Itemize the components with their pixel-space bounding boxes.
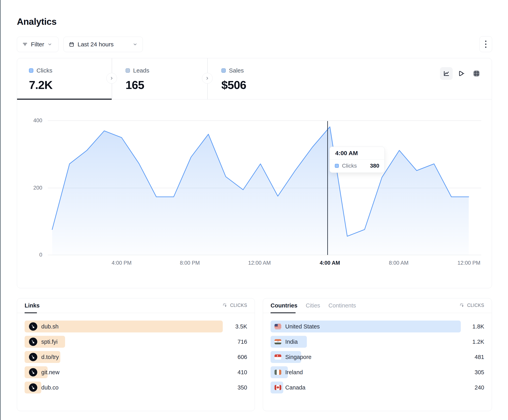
links-tab-underline bbox=[25, 312, 37, 313]
link-label: dub.co bbox=[41, 384, 59, 391]
leads-tab-label: Leads bbox=[133, 67, 149, 74]
clicks-area-chart[interactable] bbox=[48, 117, 481, 256]
link-label: d.to/try bbox=[41, 354, 59, 360]
country-value: 1.8K bbox=[472, 320, 484, 333]
tab-clicks[interactable]: Clicks 7.2K bbox=[17, 58, 112, 99]
country-label: India bbox=[285, 339, 298, 345]
sales-series-swatch-icon bbox=[221, 68, 226, 73]
links-metric-selector[interactable]: CLICKS bbox=[222, 303, 247, 308]
tooltip-series-label: Clicks bbox=[342, 163, 357, 169]
link-value: 716 bbox=[238, 336, 247, 348]
expand-leads-chevron-button[interactable] bbox=[202, 73, 213, 84]
x-tick: 8:00 PM bbox=[174, 260, 206, 266]
date-range-label: Last 24 hours bbox=[78, 41, 114, 48]
view-line-chart-button[interactable] bbox=[440, 67, 453, 80]
dub-logo-icon bbox=[29, 368, 37, 377]
expand-clicks-chevron-button[interactable] bbox=[106, 73, 117, 84]
y-tick-0: 0 bbox=[24, 252, 42, 258]
tab-countries[interactable]: Countries bbox=[270, 301, 297, 310]
country-value: 240 bbox=[475, 382, 484, 393]
chevron-down-icon bbox=[47, 42, 52, 47]
cursor-click-icon bbox=[222, 303, 228, 308]
clicks-tab-value: 7.2K bbox=[29, 78, 52, 92]
country-row[interactable]: United States 1.8K bbox=[270, 320, 484, 333]
page-title: Analytics bbox=[17, 16, 57, 27]
link-label: spti.fyi bbox=[41, 339, 58, 345]
filter-button[interactable]: Filter bbox=[17, 37, 59, 52]
view-grid-table-button[interactable] bbox=[470, 67, 483, 80]
dub-logo-icon bbox=[29, 322, 37, 331]
analytics-page: Analytics Filter Last 24 hours bbox=[0, 0, 508, 420]
chart-area-fill bbox=[52, 127, 469, 255]
left-edge-strip bbox=[0, 0, 0, 420]
tab-links[interactable]: Links bbox=[25, 301, 40, 310]
x-tick: 12:00 AM bbox=[244, 260, 275, 266]
dub-logo-icon bbox=[29, 353, 37, 361]
country-row[interactable]: India 1.2K bbox=[270, 336, 484, 348]
flag-ireland-icon bbox=[275, 370, 281, 375]
links-panel: Links CLICKS dub.sh 3.5K bbox=[17, 298, 255, 411]
country-label: United States bbox=[285, 323, 320, 330]
countries-panel-header: Countries Cities Continents CLICKS bbox=[263, 298, 492, 313]
filter-button-label: Filter bbox=[31, 41, 44, 48]
link-row[interactable]: dub.co 350 bbox=[25, 382, 247, 393]
link-row[interactable]: d.to/try 606 bbox=[25, 351, 247, 363]
link-value: 350 bbox=[238, 382, 247, 393]
x-tick-highlighted: 4:00 AM bbox=[314, 260, 346, 266]
funnel-chart-icon bbox=[458, 70, 465, 77]
chevron-right-icon bbox=[205, 76, 209, 80]
country-value: 1.2K bbox=[472, 336, 484, 348]
country-value: 305 bbox=[475, 366, 484, 378]
hover-crosshair-line bbox=[327, 121, 328, 255]
links-metric-label: CLICKS bbox=[230, 303, 247, 308]
tooltip-value: 380 bbox=[370, 163, 379, 169]
link-row[interactable]: dub.sh 3.5K bbox=[25, 320, 247, 333]
country-row[interactable]: Singapore 481 bbox=[270, 351, 484, 363]
clicks-series-swatch-icon bbox=[335, 164, 339, 168]
link-row[interactable]: git.new 410 bbox=[25, 366, 247, 378]
link-value: 410 bbox=[238, 366, 247, 378]
tab-continents[interactable]: Continents bbox=[329, 301, 356, 310]
tab-cities[interactable]: Cities bbox=[306, 301, 320, 310]
country-label: Singapore bbox=[285, 354, 311, 360]
chevron-down-icon bbox=[133, 42, 137, 47]
link-value: 606 bbox=[238, 351, 247, 363]
more-options-button[interactable] bbox=[479, 36, 492, 52]
line-chart-icon bbox=[443, 70, 450, 77]
links-rows: dub.sh 3.5K spti.fyi 716 bbox=[25, 320, 247, 397]
x-tick: 4:00 PM bbox=[106, 260, 137, 266]
dub-logo-icon bbox=[29, 383, 37, 392]
chart-tooltip: 4:00 AM Clicks 380 bbox=[329, 147, 385, 173]
y-tick-200: 200 bbox=[24, 185, 42, 191]
link-row[interactable]: spti.fyi 716 bbox=[25, 336, 247, 348]
sales-tab-label: Sales bbox=[229, 67, 244, 74]
clicks-series-swatch-icon bbox=[29, 68, 33, 73]
x-tick: 8:00 AM bbox=[383, 260, 415, 266]
flag-united-states-icon bbox=[275, 324, 281, 329]
leads-series-swatch-icon bbox=[126, 68, 130, 73]
tab-leads[interactable]: Leads 165 bbox=[112, 58, 207, 99]
grid-table-icon bbox=[473, 70, 480, 77]
active-tab-underline bbox=[17, 99, 112, 100]
kebab-menu-icon bbox=[485, 41, 486, 42]
country-row[interactable]: Ireland 305 bbox=[270, 366, 484, 378]
country-label: Canada bbox=[285, 384, 306, 391]
calendar-icon bbox=[69, 42, 74, 47]
flag-singapore-icon bbox=[275, 355, 281, 360]
clicks-tab-label: Clicks bbox=[37, 67, 52, 74]
countries-metric-selector[interactable]: CLICKS bbox=[459, 303, 484, 308]
tab-sales[interactable]: Sales $506 bbox=[207, 58, 306, 99]
y-tick-400: 400 bbox=[24, 117, 42, 124]
analytics-card: Clicks 7.2K Leads 165 bbox=[17, 58, 492, 288]
date-range-button[interactable]: Last 24 hours bbox=[63, 37, 143, 52]
country-row[interactable]: Canada 240 bbox=[270, 382, 484, 393]
view-funnel-chart-button[interactable] bbox=[455, 67, 468, 80]
countries-rows: United States 1.8K India 1.2K Singapore … bbox=[270, 320, 484, 397]
flag-canada-icon bbox=[275, 385, 281, 390]
countries-metric-label: CLICKS bbox=[467, 303, 484, 308]
x-tick: 12:00 PM bbox=[453, 260, 485, 266]
country-value: 481 bbox=[475, 351, 484, 363]
link-value: 3.5K bbox=[235, 320, 247, 333]
chevron-right-icon bbox=[110, 76, 114, 80]
stats-tabs-row: Clicks 7.2K Leads 165 bbox=[17, 58, 492, 100]
